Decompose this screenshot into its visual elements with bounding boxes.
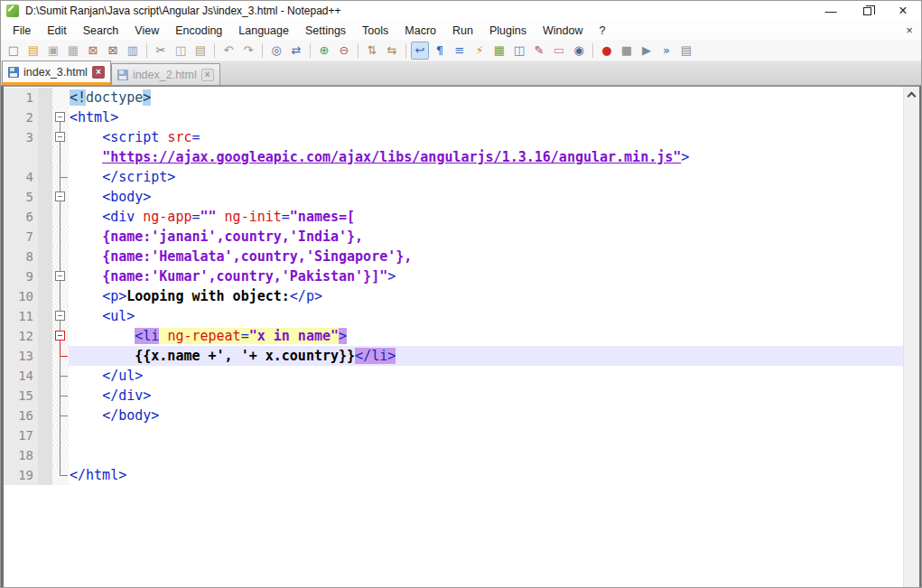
macro-record-icon[interactable]: ● (598, 42, 616, 60)
word-wrap-icon[interactable]: ↩ (411, 42, 429, 60)
view-eye-icon[interactable]: ◉ (570, 42, 588, 60)
undo-icon[interactable]: ↶ (219, 42, 237, 60)
bookmark-margin[interactable] (38, 247, 52, 266)
menubar-close-button[interactable]: × (899, 23, 919, 37)
cut-icon[interactable]: ✂ (152, 42, 170, 60)
save-icon[interactable]: ▣ (44, 42, 62, 60)
bookmark-margin[interactable] (38, 386, 52, 406)
code-text[interactable]: <div ng-app="" ng-init="names=[ (69, 207, 903, 227)
code-area[interactable]: 1<!doctype>2<html>3 <script src= "https:… (4, 87, 903, 587)
copy-icon[interactable]: ◫ (172, 42, 190, 60)
code-text[interactable]: <p>Looping with object:</p> (69, 286, 903, 306)
bookmark-margin[interactable] (38, 346, 52, 366)
code-text[interactable]: <script src= (69, 127, 903, 147)
bookmark-margin[interactable] (38, 326, 52, 346)
code-line[interactable]: 13 {{x.name +', '+ x.country}}</li> (4, 346, 903, 366)
code-line[interactable]: 16 </body> (4, 406, 903, 425)
show-all-characters-icon[interactable]: ¶ (431, 42, 449, 60)
code-line[interactable]: 15 </div> (4, 386, 903, 406)
close-all-icon[interactable]: ⊠ (104, 42, 122, 60)
maximize-button[interactable] (849, 1, 885, 21)
bookmark-margin[interactable] (38, 227, 52, 247)
bookmark-margin[interactable] (38, 286, 52, 306)
code-text[interactable]: {name:'janani',country,'India'}, (69, 227, 903, 247)
vertical-scrollbar[interactable] (903, 87, 919, 587)
code-line[interactable]: 11 <ul> (4, 306, 903, 326)
bookmark-margin[interactable] (38, 425, 52, 445)
code-line[interactable]: 14 </ul> (4, 366, 903, 386)
fold-margin-cell[interactable] (52, 127, 69, 147)
code-text[interactable]: <ul> (69, 306, 903, 326)
menu-item-file[interactable]: File (5, 23, 39, 39)
bookmark-margin[interactable] (38, 445, 52, 465)
open-icon[interactable]: ▤ (24, 42, 42, 60)
replace-icon[interactable]: ⇄ (287, 42, 305, 60)
code-text[interactable]: </body> (69, 406, 903, 425)
sync-horizontal-scroll-icon[interactable]: ⇆ (383, 42, 401, 60)
save-all-icon[interactable]: ▦ (64, 42, 82, 60)
menu-item-settings[interactable]: Settings (297, 23, 354, 39)
macro-run-multiple-icon[interactable]: » (657, 42, 675, 60)
close-icon[interactable]: ⊠ (84, 42, 102, 60)
tab-index_3.html[interactable]: index_3.html× (2, 61, 111, 85)
code-text[interactable]: <html> (69, 107, 903, 127)
bookmark-margin[interactable] (38, 207, 52, 227)
code-text[interactable]: </div> (69, 386, 903, 406)
menu-item-edit[interactable]: Edit (39, 23, 75, 39)
folder-as-workspace-icon[interactable]: ▭ (550, 42, 568, 60)
minimize-button[interactable]: — (813, 1, 849, 21)
bookmark-margin[interactable] (38, 127, 52, 147)
bookmark-margin[interactable] (38, 366, 52, 386)
edit-document-icon[interactable]: ✎ (530, 42, 548, 60)
code-text[interactable]: <!doctype> (69, 88, 903, 107)
bookmark-margin[interactable] (38, 147, 52, 167)
zoom-in-icon[interactable]: ⊕ (315, 42, 333, 60)
macro-save-icon[interactable]: ▤ (677, 42, 695, 60)
bookmark-margin[interactable] (38, 406, 52, 425)
fold-margin-cell[interactable] (52, 306, 69, 326)
scroll-up-button[interactable] (904, 87, 919, 102)
menu-item-language[interactable]: Language (230, 23, 297, 39)
menu-item-encoding[interactable]: Encoding (167, 23, 230, 39)
code-line[interactable]: "https://ajax.googleapic.com/ajax/libs/a… (4, 147, 903, 167)
bookmark-margin[interactable] (38, 187, 52, 207)
bookmark-margin[interactable] (38, 107, 52, 127)
bookmark-margin[interactable] (38, 88, 52, 107)
fold-margin-cell[interactable] (52, 266, 69, 286)
code-line[interactable]: 18 (4, 445, 903, 465)
indent-guide-icon[interactable]: ≡ (451, 42, 469, 60)
print-icon[interactable]: ▥ (124, 42, 142, 60)
code-text[interactable] (69, 445, 903, 465)
macro-stop-icon[interactable]: ■ (618, 42, 636, 60)
menu-item-search[interactable]: Search (75, 23, 127, 39)
tab-close-icon[interactable]: × (201, 69, 214, 81)
bookmark-margin[interactable] (38, 306, 52, 326)
fold-margin-cell[interactable] (52, 187, 69, 207)
menu-item-help[interactable]: ? (591, 23, 613, 39)
code-line[interactable]: 8 {name:'Hemalata',country,'Singapore'}, (4, 247, 903, 266)
code-line[interactable]: 10 <p>Looping with object:</p> (4, 286, 903, 306)
code-line[interactable]: 19</html> (4, 465, 903, 485)
sync-vertical-scroll-icon[interactable]: ⇅ (363, 42, 381, 60)
code-text[interactable]: {name:'Kumar',country,'Pakistan'}]"> (69, 266, 903, 286)
code-line[interactable]: 1<!doctype> (4, 88, 903, 107)
menu-item-run[interactable]: Run (444, 23, 481, 39)
zoom-out-icon[interactable]: ⊖ (335, 42, 353, 60)
code-line[interactable]: 9 {name:'Kumar',country,'Pakistan'}]"> (4, 266, 903, 286)
menu-item-macro[interactable]: Macro (396, 23, 444, 39)
menu-item-plugins[interactable]: Plugins (481, 23, 535, 39)
menu-item-view[interactable]: View (126, 23, 167, 39)
new-file-icon[interactable]: □ (5, 42, 23, 60)
function-list-icon[interactable]: ⚡ (470, 42, 489, 60)
find-icon[interactable]: ◎ (267, 42, 285, 60)
code-line[interactable]: 4 </script> (4, 167, 903, 187)
code-text[interactable]: "https://ajax.googleapic.com/ajax/libs/a… (69, 147, 903, 167)
paste-icon[interactable]: ▤ (191, 42, 210, 60)
close-button[interactable]: × (885, 1, 921, 21)
tab-index_2.html[interactable]: index_2.html× (111, 63, 220, 85)
fold-margin-cell[interactable] (52, 326, 69, 346)
menu-item-tools[interactable]: Tools (354, 23, 396, 39)
bookmark-margin[interactable] (38, 167, 52, 187)
code-text[interactable]: {name:'Hemalata',country,'Singapore'}, (69, 247, 903, 266)
code-text[interactable] (69, 425, 903, 445)
